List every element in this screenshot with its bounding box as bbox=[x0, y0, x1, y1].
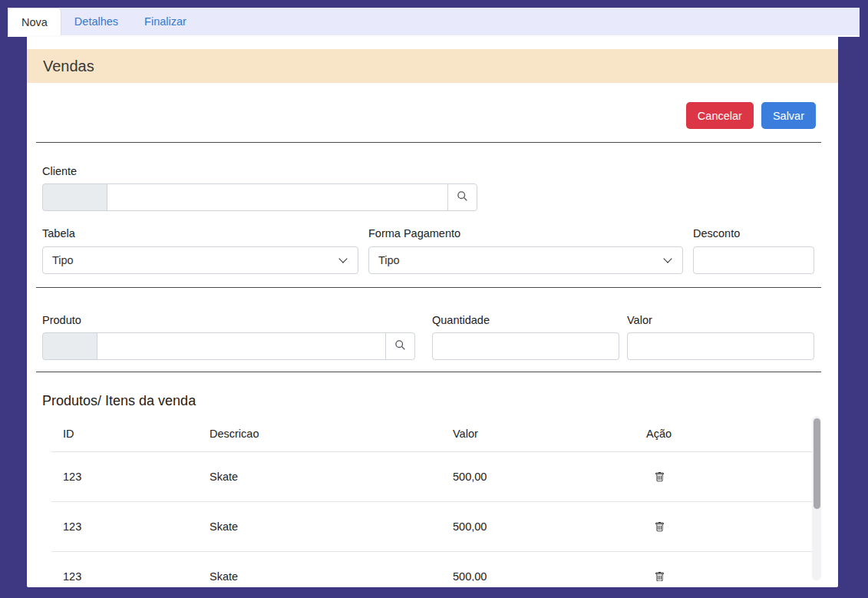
tabela-label: Tabela bbox=[42, 227, 358, 240]
cliente-code-input bbox=[42, 183, 107, 211]
cell-descricao: Skate bbox=[210, 502, 453, 552]
cell-valor: 500,00 bbox=[453, 502, 646, 552]
valor-label: Valor bbox=[627, 314, 814, 326]
cliente-input-group bbox=[42, 183, 477, 211]
desconto-field: Desconto bbox=[693, 227, 814, 274]
produto-name-input[interactable] bbox=[97, 332, 386, 360]
table-row: 123 Skate 500,00 bbox=[51, 502, 812, 552]
vendas-card: Vendas Cancelar Salvar Cliente bbox=[27, 37, 838, 587]
forma-pagamento-select[interactable]: Tipo bbox=[368, 246, 683, 274]
sale-form: Cliente Tabela bbox=[27, 165, 838, 274]
action-buttons: Cancelar Salvar bbox=[27, 102, 816, 129]
cell-valor: 500,00 bbox=[453, 552, 646, 582]
product-form: Produto bbox=[27, 288, 838, 360]
cell-id: 123 bbox=[51, 552, 210, 582]
column-header-acao: Ação bbox=[646, 415, 812, 452]
produto-label: Produto bbox=[42, 314, 415, 326]
items-table: ID Descricao Valor Ação 123 Skate 500,00 bbox=[51, 415, 812, 581]
cliente-search-button[interactable] bbox=[447, 183, 477, 211]
trash-icon bbox=[655, 573, 665, 581]
search-icon bbox=[394, 339, 406, 353]
produto-code-input bbox=[42, 332, 97, 360]
table-row: 123 Skate 500,00 bbox=[51, 552, 812, 582]
quantidade-field: Quantidade bbox=[432, 288, 619, 360]
tab-nova[interactable]: Nova bbox=[8, 8, 61, 35]
tab-detalhes[interactable]: Detalhes bbox=[61, 8, 131, 35]
search-icon bbox=[457, 190, 468, 204]
column-header-id: ID bbox=[51, 415, 210, 452]
quantidade-input[interactable] bbox=[432, 332, 619, 360]
valor-input[interactable] bbox=[627, 332, 814, 360]
produto-search-button[interactable] bbox=[385, 332, 415, 360]
trash-icon bbox=[655, 524, 665, 535]
delete-item-button[interactable] bbox=[655, 521, 665, 535]
forma-pagamento-label: Forma Pagamento bbox=[368, 227, 683, 240]
cliente-label: Cliente bbox=[42, 165, 814, 177]
cell-id: 123 bbox=[51, 502, 210, 552]
table-scrollbar[interactable] bbox=[812, 416, 821, 580]
tabela-select[interactable]: Tipo bbox=[42, 246, 358, 274]
table-header-row: ID Descricao Valor Ação bbox=[51, 415, 812, 452]
produto-input-group bbox=[42, 332, 415, 360]
page-title: Vendas bbox=[27, 49, 838, 83]
trash-icon bbox=[655, 474, 665, 485]
cancel-button[interactable]: Cancelar bbox=[686, 102, 754, 129]
save-button[interactable]: Salvar bbox=[761, 102, 816, 129]
quantidade-label: Quantidade bbox=[432, 314, 619, 326]
items-section-title: Produtos/ Itens da venda bbox=[42, 393, 838, 409]
delete-item-button[interactable] bbox=[655, 571, 665, 581]
payment-row: Tabela Tipo Forma Pagamento Tipo bbox=[42, 227, 814, 274]
cell-descricao: Skate bbox=[210, 552, 453, 582]
column-header-valor: Valor bbox=[453, 415, 646, 452]
tabela-field: Tabela Tipo bbox=[42, 227, 358, 274]
divider bbox=[36, 142, 821, 143]
column-header-descricao: Descricao bbox=[210, 415, 453, 452]
divider bbox=[36, 372, 821, 372]
items-table-container: ID Descricao Valor Ação 123 Skate 500,00 bbox=[51, 415, 821, 581]
table-row: 123 Skate 500,00 bbox=[51, 452, 812, 502]
tab-finalizar[interactable]: Finalizar bbox=[131, 8, 200, 35]
table-scrollbar-thumb[interactable] bbox=[814, 418, 820, 509]
desconto-input[interactable] bbox=[693, 246, 814, 274]
cliente-name-input[interactable] bbox=[107, 183, 448, 211]
valor-field: Valor bbox=[627, 288, 814, 360]
forma-pagamento-field: Forma Pagamento Tipo bbox=[368, 227, 683, 274]
cell-id: 123 bbox=[51, 452, 210, 502]
page-background: Nova Detalhes Finalizar Vendas Cancelar … bbox=[0, 0, 868, 598]
cell-descricao: Skate bbox=[210, 452, 453, 502]
delete-item-button[interactable] bbox=[655, 471, 665, 485]
tab-bar: Nova Detalhes Finalizar bbox=[8, 8, 860, 37]
produto-field: Produto bbox=[42, 288, 415, 360]
cell-valor: 500,00 bbox=[453, 452, 646, 502]
desconto-label: Desconto bbox=[693, 227, 814, 240]
product-row: Produto bbox=[42, 288, 814, 360]
